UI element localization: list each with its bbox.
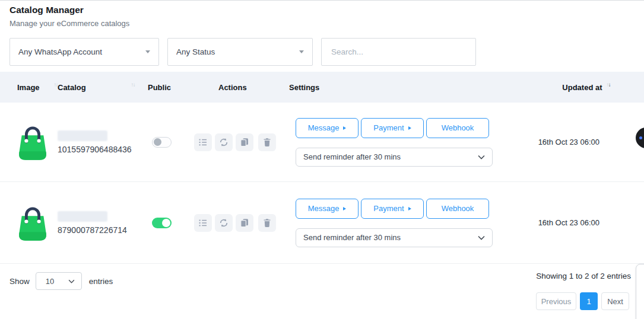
reminder-select[interactable]: Send reminder after 30 mins — [296, 148, 493, 167]
catalog-id: 1015597906488436 — [58, 145, 141, 154]
duplicate-button[interactable] — [236, 214, 253, 232]
caret-right-icon — [343, 126, 346, 130]
delete-button[interactable] — [258, 214, 276, 232]
products-list-button[interactable] — [194, 214, 212, 232]
table-row: 879000787226714 — [0, 182, 644, 263]
table-header: Image ↑↓ Catalog ↑↓ Public Actions Setti… — [0, 72, 644, 103]
sync-icon — [219, 218, 229, 228]
column-header-settings: Settings — [289, 83, 493, 92]
shopping-bag-icon — [17, 200, 49, 243]
column-header-image[interactable]: Image ↑↓ — [17, 83, 58, 92]
column-header-updated-at[interactable]: Updated at ↑↓ — [493, 83, 610, 92]
page-title: Catalog Manager — [9, 5, 84, 15]
catalog-id: 879000787226714 — [58, 225, 141, 235]
whatsapp-account-filter-value: Any WhatsApp Account — [18, 47, 102, 56]
copy-icon — [240, 138, 249, 147]
shopping-bag-icon — [17, 120, 49, 162]
actions-cell — [194, 133, 276, 151]
copy-icon — [240, 218, 249, 228]
catalog-name-redacted — [58, 211, 107, 222]
trash-icon — [262, 218, 272, 228]
products-list-button[interactable] — [194, 133, 212, 151]
search-input[interactable] — [330, 47, 467, 57]
webhook-settings-button[interactable]: Webhook — [426, 199, 489, 219]
caret-right-icon — [408, 207, 411, 210]
payment-settings-button[interactable]: Payment — [361, 199, 424, 219]
column-header-catalog[interactable]: Catalog ↑↓ — [58, 83, 148, 92]
delete-button[interactable] — [258, 133, 276, 151]
entries-label: entries — [89, 277, 113, 286]
catalog-image-cell — [17, 200, 58, 245]
public-cell — [141, 137, 194, 148]
public-toggle[interactable] — [152, 218, 172, 228]
message-settings-button[interactable]: Message — [296, 199, 359, 219]
public-cell — [141, 218, 194, 228]
search-box — [321, 38, 476, 66]
settings-cell: Message Payment Webhook Send reminder af… — [296, 199, 493, 247]
column-header-actions: Actions — [218, 83, 289, 92]
catalog-image-cell — [17, 120, 58, 165]
sort-icon-active-desc[interactable]: ↑↓ — [607, 81, 611, 88]
updated-at: 16th Oct 23 06:00 — [493, 138, 644, 146]
previous-page-button[interactable]: Previous — [536, 292, 576, 310]
updated-at: 16th Oct 23 06:00 — [493, 218, 644, 227]
page-size-group: Show 10 entries — [9, 272, 113, 290]
column-header-public: Public — [148, 83, 218, 92]
catalog-cell: 879000787226714 — [58, 211, 141, 235]
filter-bar: Any WhatsApp Account Any Status — [9, 38, 476, 66]
page-size-select[interactable]: 10 — [36, 272, 82, 290]
toggle-knob — [154, 138, 161, 146]
sort-icon[interactable]: ↑↓ — [131, 81, 135, 88]
edge-panel-cutoff[interactable] — [636, 264, 644, 319]
trash-icon — [262, 138, 272, 147]
caret-down-icon — [145, 50, 150, 53]
page-1-button[interactable]: 1 — [580, 292, 598, 310]
caret-right-icon — [343, 207, 346, 210]
sort-icon[interactable]: ↑↓ — [54, 81, 58, 88]
catalog-cell: 1015597906488436 — [58, 130, 141, 154]
webhook-settings-button[interactable]: Webhook — [426, 118, 489, 138]
payment-settings-button[interactable]: Payment — [361, 118, 424, 138]
toggle-knob — [162, 219, 170, 227]
table-footer: Show 10 entries Showing 1 to 2 of 2 entr… — [0, 263, 644, 319]
caret-down-icon — [299, 50, 304, 53]
public-toggle[interactable] — [152, 137, 172, 148]
pagination: Previous 1 Next — [536, 292, 629, 310]
sync-button[interactable] — [215, 214, 233, 232]
show-label: Show — [9, 277, 30, 286]
caret-right-icon — [408, 126, 411, 130]
chevron-down-icon — [478, 155, 485, 160]
page-subtitle: Manage your eCommerce catalogs — [9, 19, 129, 28]
duplicate-button[interactable] — [236, 133, 253, 151]
status-filter-value: Any Status — [176, 47, 215, 56]
sync-button[interactable] — [215, 133, 233, 151]
chevron-down-icon — [68, 279, 75, 283]
whatsapp-account-filter-dropdown[interactable]: Any WhatsApp Account — [9, 38, 159, 66]
catalog-manager-page: Catalog Manager Manage your eCommerce ca… — [0, 0, 644, 319]
actions-cell — [194, 214, 276, 232]
list-icon — [198, 138, 208, 147]
message-settings-button[interactable]: Message — [296, 118, 359, 138]
settings-cell: Message Payment Webhook Send reminder af… — [296, 118, 493, 167]
next-page-button[interactable]: Next — [601, 292, 629, 310]
chevron-down-icon — [478, 235, 485, 240]
reminder-select[interactable]: Send reminder after 30 mins — [296, 228, 493, 247]
widget-dot-icon — [639, 136, 642, 139]
entries-summary: Showing 1 to 2 of 2 entries — [536, 272, 631, 280]
list-icon — [198, 218, 208, 228]
sync-icon — [219, 138, 229, 147]
catalog-name-redacted — [58, 130, 107, 141]
table-row: 1015597906488436 — [0, 103, 644, 181]
status-filter-dropdown[interactable]: Any Status — [167, 38, 313, 66]
